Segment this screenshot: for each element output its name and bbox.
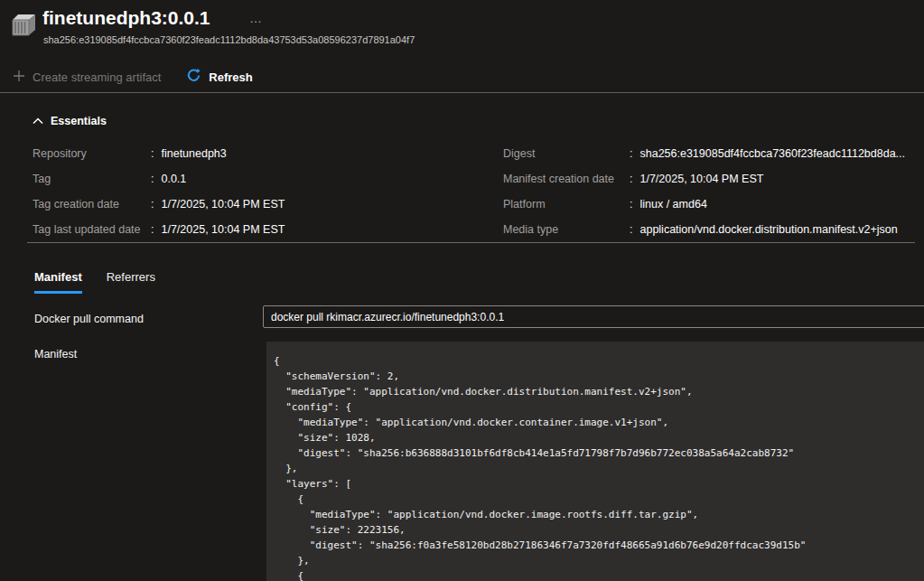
field-value: 1/7/2025, 10:04 PM EST bbox=[161, 198, 285, 211]
essentials-title: Essentials bbox=[51, 115, 107, 127]
field-label: Tag creation date bbox=[33, 198, 151, 211]
essentials-row-digest: Digest : sha256:e319085df4fccbca7360f23f… bbox=[503, 145, 905, 163]
digest-subtitle: sha256:e319085df4fccbca7360f23feadc1112b… bbox=[43, 34, 415, 45]
create-streaming-artifact-button[interactable]: Create streaming artifact bbox=[9, 68, 164, 87]
refresh-button[interactable]: Refresh bbox=[182, 66, 256, 88]
docker-pull-input[interactable] bbox=[263, 305, 924, 328]
ellipsis-icon: … bbox=[249, 11, 263, 25]
docker-pull-label: Docker pull command bbox=[34, 313, 144, 325]
container-registry-icon bbox=[9, 12, 37, 41]
refresh-label: Refresh bbox=[209, 70, 252, 84]
separator: : bbox=[630, 147, 632, 160]
essentials-right-column: Digest : sha256:e319085df4fccbca7360f23f… bbox=[503, 145, 905, 239]
essentials-left-column: Repository : finetunedph3 Tag : 0.0.1 Ta… bbox=[33, 145, 285, 239]
chevron-up-icon bbox=[33, 115, 43, 127]
separator: : bbox=[151, 198, 154, 211]
field-value: 1/7/2025, 10:04 PM EST bbox=[161, 223, 285, 236]
separator: : bbox=[630, 223, 632, 236]
field-value: application/vnd.docker.distribution.mani… bbox=[639, 223, 897, 236]
tab-referrers[interactable]: Referrers bbox=[107, 270, 155, 294]
tab-manifest[interactable]: Manifest bbox=[34, 270, 82, 294]
tab-strip: Manifest Referrers bbox=[34, 270, 155, 294]
essentials-row-manifest-creation-date: Manifest creation date : 1/7/2025, 10:04… bbox=[503, 170, 905, 188]
plus-icon bbox=[13, 70, 25, 85]
field-label: Repository bbox=[33, 147, 151, 160]
separator: : bbox=[151, 223, 154, 236]
more-menu-button[interactable]: … bbox=[244, 9, 268, 27]
field-label: Media type bbox=[503, 223, 630, 236]
essentials-row-repository: Repository : finetunedph3 bbox=[33, 145, 285, 163]
field-value: finetunedph3 bbox=[161, 147, 226, 160]
separator: : bbox=[151, 173, 154, 185]
toolbar-divider bbox=[0, 92, 924, 93]
refresh-icon bbox=[186, 68, 201, 86]
field-label: Tag bbox=[33, 173, 151, 185]
essentials-row-media-type: Media type : application/vnd.docker.dist… bbox=[503, 220, 905, 239]
field-value: sha256:e319085df4fccbca7360f23feadc1112b… bbox=[639, 147, 905, 160]
essentials-divider bbox=[27, 242, 915, 243]
command-bar: Create streaming artifact Refresh bbox=[9, 65, 257, 89]
essentials-row-platform: Platform : linux / amd64 bbox=[503, 195, 905, 213]
separator: : bbox=[630, 198, 632, 211]
essentials-row-tag: Tag : 0.0.1 bbox=[33, 170, 285, 188]
separator: : bbox=[630, 173, 632, 185]
manifest-json-viewer[interactable]: { "schemaVersion": 2, "mediaType": "appl… bbox=[266, 342, 924, 581]
essentials-row-tag-last-updated-date: Tag last updated date : 1/7/2025, 10:04 … bbox=[33, 220, 285, 239]
field-label: Platform bbox=[503, 198, 630, 211]
field-value: 1/7/2025, 10:04 PM EST bbox=[639, 173, 763, 185]
field-label: Manifest creation date bbox=[503, 173, 630, 185]
field-label: Digest bbox=[503, 147, 630, 160]
page-title: finetunedph3:0.0.1 bbox=[42, 7, 210, 29]
manifest-json-content: { "schemaVersion": 2, "mediaType": "appl… bbox=[266, 342, 924, 581]
separator: : bbox=[151, 147, 154, 160]
essentials-toggle[interactable]: Essentials bbox=[33, 115, 107, 127]
field-label: Tag last updated date bbox=[33, 223, 151, 236]
manifest-label: Manifest bbox=[34, 348, 77, 361]
field-value: linux / amd64 bbox=[639, 198, 706, 211]
create-streaming-artifact-label: Create streaming artifact bbox=[33, 70, 161, 84]
field-value: 0.0.1 bbox=[161, 173, 186, 185]
essentials-row-tag-creation-date: Tag creation date : 1/7/2025, 10:04 PM E… bbox=[33, 195, 285, 213]
